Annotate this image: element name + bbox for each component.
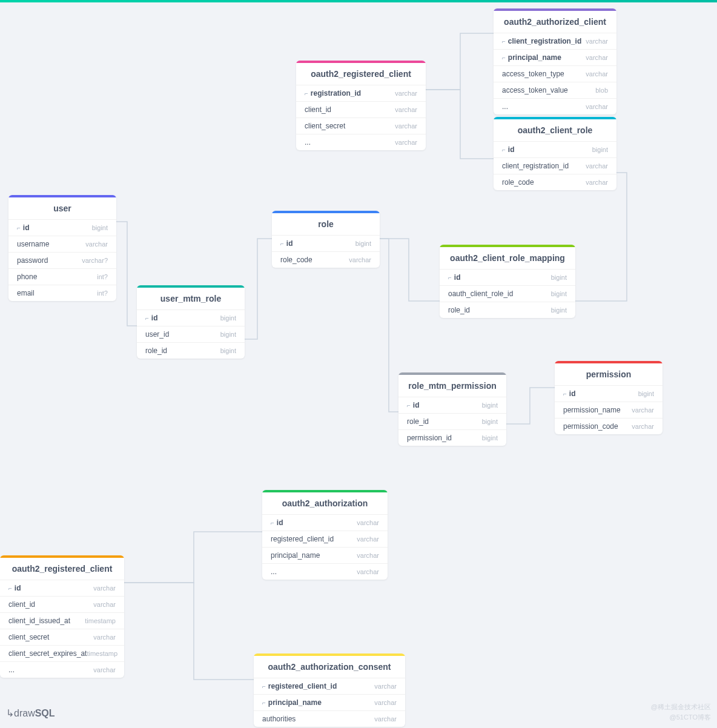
- column-row[interactable]: access_token_typevarchar: [494, 65, 616, 82]
- table-header[interactable]: oauth2_client_role_mapping: [440, 245, 575, 269]
- column-row[interactable]: role_idbigint: [398, 413, 506, 429]
- column-row[interactable]: client_secret_expires_attimestamp: [0, 645, 124, 661]
- column-name: ⌐id: [17, 223, 30, 232]
- column-row[interactable]: ⌐principal_namevarchar: [254, 694, 405, 710]
- column-row[interactable]: ⌐idbigint: [440, 269, 575, 285]
- column-row[interactable]: client_registration_idvarchar: [494, 157, 616, 174]
- column-name: phone: [17, 273, 37, 281]
- key-icon: ⌐: [145, 315, 149, 322]
- column-row[interactable]: ⌐idbigint: [137, 309, 245, 326]
- column-row[interactable]: role_idbigint: [440, 302, 575, 318]
- column-type: varchar: [93, 601, 116, 608]
- column-type: bigint: [551, 274, 567, 281]
- column-name: access_token_value: [502, 86, 568, 94]
- column-row[interactable]: permission_idbigint: [398, 429, 506, 446]
- column-row[interactable]: ...varchar: [494, 98, 616, 114]
- table-header[interactable]: permission: [555, 361, 662, 385]
- column-row[interactable]: ⌐idbigint: [555, 385, 662, 402]
- column-row[interactable]: ⌐idvarchar: [0, 580, 124, 596]
- table-oauth2_authorization_consent[interactable]: oauth2_authorization_consent⌐registered_…: [254, 654, 405, 727]
- column-type: bigint: [592, 146, 608, 153]
- column-name: client_id: [8, 600, 35, 609]
- column-row[interactable]: usernamevarchar: [8, 236, 116, 252]
- column-row[interactable]: ⌐registration_idvarchar: [296, 85, 426, 101]
- column-type: bigint: [220, 314, 236, 322]
- table-oauth2_registered_client_bottom[interactable]: oauth2_registered_client⌐idvarcharclient…: [0, 555, 124, 678]
- key-icon: ⌐: [502, 147, 506, 153]
- column-row[interactable]: client_idvarchar: [0, 596, 124, 612]
- column-type: varchar: [632, 423, 654, 430]
- table-oauth2_client_role_mapping[interactable]: oauth2_client_role_mapping⌐idbigintoauth…: [440, 245, 575, 318]
- column-row[interactable]: permission_namevarchar: [555, 402, 662, 418]
- column-type: varchar: [632, 406, 654, 414]
- table-permission[interactable]: permission⌐idbigintpermission_namevarcha…: [555, 361, 662, 434]
- column-row[interactable]: ...varchar: [0, 661, 124, 678]
- column-name: client_id: [305, 105, 331, 114]
- table-oauth2_authorized_client[interactable]: oauth2_authorized_client⌐client_registra…: [494, 8, 616, 114]
- table-oauth2_authorization[interactable]: oauth2_authorization⌐idvarcharregistered…: [262, 490, 388, 580]
- column-row[interactable]: permission_codevarchar: [555, 418, 662, 434]
- column-name: authorities: [262, 715, 296, 723]
- column-name: ⌐id: [407, 401, 420, 409]
- table-oauth2_client_role[interactable]: oauth2_client_role⌐idbigintclient_regist…: [494, 117, 616, 190]
- table-role[interactable]: role⌐idbigintrole_codevarchar: [272, 211, 380, 268]
- table-user[interactable]: user⌐idbigintusernamevarcharpasswordvarc…: [8, 195, 116, 301]
- column-row[interactable]: ⌐idbigint: [398, 397, 506, 413]
- column-name: ⌐principal_name: [502, 53, 561, 62]
- column-row[interactable]: role_codevarchar: [494, 174, 616, 190]
- table-header[interactable]: oauth2_registered_client: [0, 555, 124, 580]
- table-header[interactable]: oauth2_client_role: [494, 117, 616, 141]
- column-type: varchar: [586, 70, 608, 78]
- logo-icon: ↳: [6, 708, 14, 718]
- column-row[interactable]: ⌐idbigint: [8, 219, 116, 236]
- column-row[interactable]: ⌐idbigint: [494, 141, 616, 157]
- column-row[interactable]: oauth_client_role_idbigint: [440, 285, 575, 302]
- column-type: varchar: [395, 106, 417, 113]
- column-row[interactable]: registered_client_idvarchar: [262, 531, 388, 547]
- column-row[interactable]: client_secretvarchar: [0, 629, 124, 645]
- table-oauth2_registered_client_top[interactable]: oauth2_registered_client⌐registration_id…: [296, 61, 426, 150]
- column-row[interactable]: ⌐idbigint: [272, 235, 380, 251]
- column-row[interactable]: ⌐registered_client_idvarchar: [254, 678, 405, 694]
- table-header[interactable]: role_mtm_permission: [398, 372, 506, 397]
- column-row[interactable]: ⌐principal_namevarchar: [494, 49, 616, 65]
- column-row[interactable]: user_idbigint: [137, 326, 245, 342]
- column-type: varchar: [586, 38, 608, 45]
- column-row[interactable]: client_secretvarchar: [296, 117, 426, 134]
- column-row[interactable]: emailint?: [8, 285, 116, 301]
- column-row[interactable]: ...varchar: [262, 563, 388, 580]
- column-row[interactable]: client_id_issued_attimestamp: [0, 612, 124, 629]
- column-name: role_id: [407, 417, 429, 426]
- column-name: ...: [8, 666, 15, 674]
- column-row[interactable]: role_codevarchar: [272, 251, 380, 268]
- column-type: varchar: [357, 552, 379, 559]
- table-header[interactable]: role: [272, 211, 380, 235]
- column-row[interactable]: role_idbigint: [137, 342, 245, 359]
- column-row[interactable]: principal_namevarchar: [262, 547, 388, 563]
- key-icon: ⌐: [271, 520, 274, 526]
- column-row[interactable]: ...varchar: [296, 134, 426, 150]
- column-name: client_registration_id: [502, 162, 569, 170]
- column-type: bigint: [220, 331, 236, 338]
- column-row[interactable]: access_token_valueblob: [494, 82, 616, 98]
- table-header[interactable]: oauth2_registered_client: [296, 61, 426, 85]
- column-name: user_id: [145, 330, 169, 339]
- table-header[interactable]: oauth2_authorization_consent: [254, 654, 405, 678]
- column-name: ⌐principal_name: [262, 698, 322, 707]
- column-row[interactable]: ⌐client_registration_idvarchar: [494, 33, 616, 49]
- column-name: principal_name: [271, 551, 320, 560]
- key-icon: ⌐: [262, 683, 266, 690]
- table-header[interactable]: oauth2_authorization: [262, 490, 388, 514]
- column-row[interactable]: phoneint?: [8, 268, 116, 285]
- column-row[interactable]: client_idvarchar: [296, 101, 426, 117]
- column-row[interactable]: ⌐idvarchar: [262, 514, 388, 531]
- table-role_mtm_permission[interactable]: role_mtm_permission⌐idbigintrole_idbigin…: [398, 372, 506, 446]
- column-type: varchar: [93, 634, 116, 641]
- column-row[interactable]: passwordvarchar?: [8, 252, 116, 268]
- column-row[interactable]: authoritiesvarchar: [254, 710, 405, 727]
- table-header[interactable]: oauth2_authorized_client: [494, 8, 616, 33]
- table-header[interactable]: user: [8, 195, 116, 219]
- table-user_mtm_role[interactable]: user_mtm_role⌐idbigintuser_idbigintrole_…: [137, 285, 245, 359]
- table-header[interactable]: user_mtm_role: [137, 285, 245, 309]
- column-name: ⌐id: [502, 145, 515, 154]
